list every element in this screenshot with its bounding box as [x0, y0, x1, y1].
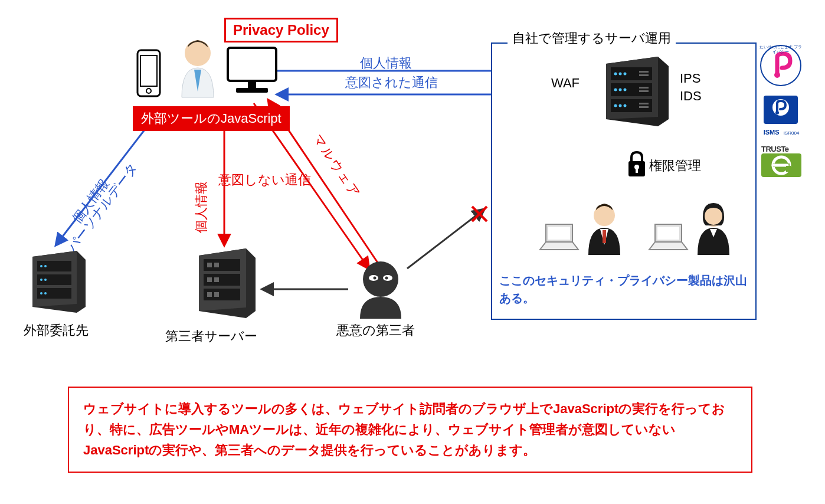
bottom-description-text: ウェブサイトに導入するツールの多くは、ウェブサイト訪問者のブラウザ上でJavaS… [83, 401, 725, 457]
svg-rect-19 [248, 81, 256, 88]
hacker-icon [348, 257, 413, 322]
svg-point-57 [614, 73, 617, 76]
svg-point-64 [619, 104, 622, 107]
svg-point-63 [614, 104, 617, 107]
label-ids: IDS [680, 89, 702, 104]
label-unintended-comm: 意図しない通信 [218, 171, 311, 189]
truste-badge: TRUSTe [761, 145, 801, 179]
bottom-description-box: ウェブサイトに導入するツールの多くは、ウェブサイト訪問者のブラウザ上でJavaS… [68, 387, 752, 473]
privacy-policy-box: Privacy Policy [224, 18, 338, 42]
svg-point-24 [40, 265, 42, 267]
svg-point-80 [705, 207, 722, 225]
svg-rect-69 [639, 90, 649, 92]
isms-id: ISR004 [784, 130, 800, 136]
svg-rect-15 [140, 55, 157, 86]
isms-icon [762, 94, 799, 131]
third-party-server-icon [192, 245, 263, 322]
label-personal-info-top: 個人情報 [360, 54, 412, 72]
svg-rect-36 [214, 277, 219, 282]
svg-rect-18 [228, 48, 276, 81]
svg-point-62 [624, 89, 627, 91]
isms-label: ISMS [764, 129, 780, 136]
svg-point-85 [775, 111, 779, 114]
svg-line-7 [407, 210, 484, 269]
svg-point-60 [614, 89, 617, 91]
svg-point-29 [44, 292, 47, 294]
privacy-policy-text: Privacy Policy [233, 22, 329, 38]
diagram-root: { "header": { "privacy_policy": "Privacy… [0, 0, 825, 504]
svg-rect-67 [639, 74, 649, 76]
smartphone-icon [133, 47, 165, 100]
external-vendor-server-icon [27, 248, 91, 316]
label-malicious-third-party: 悪意の第三者 [336, 322, 415, 339]
svg-point-59 [624, 73, 627, 76]
svg-rect-37 [207, 292, 212, 297]
label-own-server-ops: 自社で管理するサーバ運用 [508, 30, 676, 47]
svg-point-42 [374, 277, 377, 280]
svg-line-8 [472, 207, 487, 221]
svg-rect-70 [639, 103, 649, 104]
svg-point-26 [40, 279, 42, 281]
svg-point-61 [619, 89, 622, 91]
svg-rect-74 [636, 168, 638, 173]
svg-rect-78 [657, 227, 679, 240]
svg-rect-66 [639, 71, 649, 73]
laptop-icon-2 [646, 221, 690, 254]
svg-point-82 [774, 72, 780, 78]
external-js-box: 外部ツールのJavaScript [133, 106, 290, 131]
svg-rect-75 [548, 227, 570, 240]
svg-rect-77 [603, 230, 606, 243]
svg-point-25 [44, 265, 47, 267]
label-third-party-server: 第三者サーバー [165, 328, 257, 345]
laptop-icon-1 [537, 221, 581, 254]
svg-point-27 [44, 279, 47, 281]
label-intended-comm: 意図された通信 [345, 74, 438, 91]
lock-icon [626, 150, 648, 179]
svg-point-65 [624, 104, 627, 107]
label-malware: マルウェア [309, 131, 365, 202]
svg-rect-38 [214, 292, 219, 297]
svg-rect-35 [207, 277, 212, 282]
isms-text: ISMS ISR004 [761, 129, 802, 136]
truste-e-icon [761, 153, 801, 177]
own-server-icon [599, 53, 676, 130]
person-icon [171, 35, 224, 100]
label-access-control: 権限管理 [649, 157, 701, 175]
user-icon-2 [690, 201, 736, 257]
svg-rect-33 [207, 263, 212, 267]
label-personal-info-vert: 個人情報 [192, 181, 210, 233]
label-ips: IPS [680, 71, 700, 86]
right-note: ここのセキュリティ・プライバシー製品は沢山ある。 [499, 271, 747, 307]
svg-rect-20 [236, 88, 268, 93]
svg-point-28 [40, 292, 42, 294]
label-waf: WAF [551, 76, 580, 91]
svg-rect-71 [639, 106, 649, 108]
svg-point-17 [185, 40, 211, 66]
svg-point-43 [385, 277, 388, 280]
label-external-vendor: 外部委託先 [24, 322, 89, 339]
svg-point-39 [363, 261, 398, 297]
svg-rect-34 [214, 263, 219, 267]
svg-line-9 [472, 207, 487, 221]
svg-rect-68 [639, 87, 649, 89]
truste-text: TRUSTe [761, 145, 801, 153]
desktop-icon [224, 44, 280, 100]
privacy-mark-text: たいせつにします プライバシー [759, 45, 802, 54]
svg-point-58 [619, 73, 622, 76]
user-icon-1 [581, 201, 627, 257]
external-js-text: 外部ツールのJavaScript [141, 111, 281, 126]
